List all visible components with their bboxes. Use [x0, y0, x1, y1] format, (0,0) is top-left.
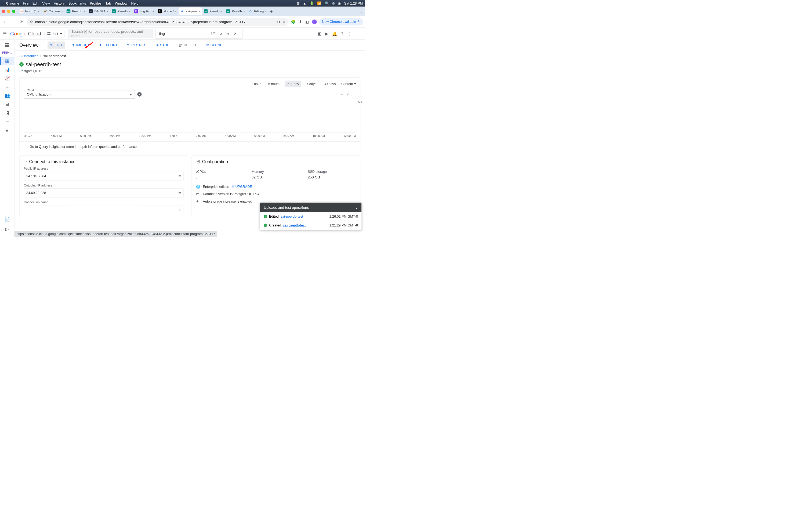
- toast-header[interactable]: Uploads and test operations⌄: [260, 202, 362, 212]
- menu-bookmarks[interactable]: Bookmarks: [69, 1, 86, 5]
- rail-item[interactable]: 🗄: [0, 109, 14, 117]
- upgrade-button[interactable]: ⊞UPGRADE: [231, 185, 252, 189]
- copy-icon[interactable]: ⧉: [178, 208, 181, 212]
- more-icon[interactable]: ⋮: [347, 31, 351, 36]
- time-custom[interactable]: Custom▾: [341, 82, 356, 86]
- restart-button[interactable]: ⟳RESTART: [124, 42, 149, 49]
- profile-avatar[interactable]: [312, 19, 317, 24]
- close-tab-icon[interactable]: ×: [265, 10, 267, 13]
- nav-menu-icon[interactable]: ☰: [3, 31, 7, 36]
- spotlight-icon[interactable]: 🔍: [325, 1, 329, 5]
- time-7days[interactable]: 7 days: [305, 81, 318, 87]
- copy-icon[interactable]: ⧉: [178, 174, 181, 178]
- menu-help[interactable]: Help: [131, 1, 139, 5]
- insights-link[interactable]: → Go to Query insights for more in-depth…: [19, 141, 360, 152]
- app-name[interactable]: Chrome: [6, 1, 19, 5]
- menu-tab[interactable]: Tab: [105, 1, 111, 5]
- browser-tab[interactable]: 🦋Confere×: [41, 7, 64, 15]
- address-bar[interactable]: ⚙ console.cloud.google.com/sql/instances…: [27, 18, 289, 26]
- reload-button[interactable]: ⟳: [18, 19, 25, 25]
- browser-tab[interactable]: MInbox (5×: [18, 7, 41, 15]
- lens-icon[interactable]: ⊙: [277, 19, 280, 24]
- browser-tab[interactable]: PBPeerdb×: [202, 7, 224, 15]
- public-ip-field[interactable]: 34.134.50.64⧉: [24, 172, 184, 181]
- close-tab-icon[interactable]: ×: [129, 10, 131, 13]
- chart-expand-icon[interactable]: ⤢: [346, 92, 349, 96]
- browser-tab[interactable]: ⊞Log Exp×: [133, 7, 156, 15]
- control-center-icon[interactable]: ⎚: [332, 1, 335, 5]
- time-1day[interactable]: 1 day: [285, 80, 301, 87]
- find-close-icon[interactable]: ✕: [232, 31, 239, 36]
- google-cloud-logo[interactable]: Google Cloud: [10, 31, 41, 36]
- close-tab-icon[interactable]: ×: [243, 10, 245, 13]
- time-1hour[interactable]: 1 hour: [249, 81, 263, 87]
- cloud-search-input[interactable]: Search (/) for resources, docs, products…: [68, 29, 153, 38]
- back-button[interactable]: ←: [2, 19, 8, 25]
- browser-tab[interactable]: 𝕏Home /×: [156, 7, 178, 15]
- site-info-icon[interactable]: ⚙: [30, 19, 33, 24]
- project-picker[interactable]: test▾: [45, 30, 65, 37]
- browser-tab[interactable]: PBPeerdb×: [110, 7, 132, 15]
- close-tab-icon[interactable]: ×: [199, 10, 200, 13]
- rail-item[interactable]: 👥: [0, 91, 14, 100]
- account-avatar[interactable]: [355, 30, 362, 37]
- cloud-shell-icon[interactable]: ▣: [317, 31, 321, 36]
- clock[interactable]: Sat 1:28 PM: [344, 1, 363, 5]
- close-tab-icon[interactable]: ×: [38, 10, 40, 13]
- chart-more-icon[interactable]: ⋮: [352, 92, 356, 96]
- find-query[interactable]: flag: [159, 32, 211, 36]
- menu-view[interactable]: View: [42, 1, 50, 5]
- rail-overview[interactable]: ▦: [0, 57, 14, 65]
- connection-name-field[interactable]: …⧉: [24, 205, 184, 214]
- new-tab-button[interactable]: +: [270, 9, 273, 14]
- notifications-icon[interactable]: 🔔: [332, 31, 337, 36]
- help-icon[interactable]: ?: [341, 31, 344, 36]
- delete-button[interactable]: 🗑DELETE: [176, 42, 200, 48]
- cloud-shell-editor-icon[interactable]: ▶: [325, 31, 329, 36]
- copy-icon[interactable]: ⧉: [178, 191, 181, 195]
- rail-item[interactable]: 📈: [0, 74, 14, 82]
- help-icon[interactable]: ?: [137, 92, 142, 96]
- menu-window[interactable]: Window: [115, 1, 127, 5]
- close-tab-icon[interactable]: ×: [221, 10, 222, 13]
- browser-tab[interactable]: ◇Editing×: [247, 7, 268, 15]
- toast-link[interactable]: sai-peerdb-test: [283, 223, 306, 227]
- rail-item[interactable]: ⊢: [0, 118, 14, 126]
- rail-item[interactable]: →: [0, 83, 14, 91]
- find-in-page-bar[interactable]: flag 1/2 ∧ ∨ ✕: [156, 29, 243, 38]
- tray-icon[interactable]: ▲: [303, 1, 306, 5]
- browser-tab[interactable]: PBPeerdb×: [224, 7, 246, 15]
- sidepanel-icon[interactable]: ◧: [305, 19, 309, 24]
- close-tab-icon[interactable]: ×: [84, 10, 85, 13]
- menu-edit[interactable]: Edit: [32, 1, 39, 5]
- browser-tab-active[interactable]: ◆sai-peer×: [178, 7, 202, 15]
- export-button[interactable]: ⬇EXPORT: [97, 42, 120, 49]
- browser-tab[interactable]: DDAIS24×: [87, 7, 110, 15]
- close-tab-icon[interactable]: ×: [153, 10, 155, 13]
- stop-button[interactable]: ■STOP: [154, 42, 172, 48]
- outgoing-ip-field[interactable]: 34.69.22.228⧉: [24, 189, 184, 197]
- time-6hours[interactable]: 6 hours: [266, 81, 281, 87]
- chart-metric-select[interactable]: Chart CPU utilization▾: [24, 90, 135, 99]
- rail-item[interactable]: ⊞: [0, 100, 14, 109]
- update-chrome-button[interactable]: New Chrome available⋮: [319, 18, 363, 26]
- rail-item[interactable]: ≡: [0, 126, 14, 135]
- window-controls[interactable]: [2, 10, 15, 13]
- forward-button[interactable]: →: [11, 19, 16, 25]
- breadcrumb-root[interactable]: All instances: [19, 54, 39, 58]
- downloads-icon[interactable]: ⬇: [299, 19, 302, 24]
- siri-icon[interactable]: ◉: [338, 1, 341, 5]
- find-next-icon[interactable]: ∨: [225, 31, 232, 36]
- chevron-down-icon[interactable]: ⌄: [355, 205, 358, 210]
- menu-file[interactable]: File: [23, 1, 28, 5]
- rail-item[interactable]: 📊: [0, 65, 14, 74]
- find-prev-icon[interactable]: ∧: [218, 31, 224, 36]
- close-tab-icon[interactable]: ×: [106, 10, 108, 13]
- tab-overflow-icon[interactable]: ⌄: [360, 10, 363, 13]
- time-30days[interactable]: 30 days: [322, 81, 337, 87]
- browser-tab[interactable]: PBPeerdb×: [65, 7, 87, 15]
- chart-plot-area[interactable]: 5% 0: [24, 101, 356, 132]
- extensions-icon[interactable]: 🧩: [291, 19, 296, 24]
- menu-profiles[interactable]: Profiles: [90, 1, 102, 5]
- bookmark-icon[interactable]: ☆: [282, 19, 286, 24]
